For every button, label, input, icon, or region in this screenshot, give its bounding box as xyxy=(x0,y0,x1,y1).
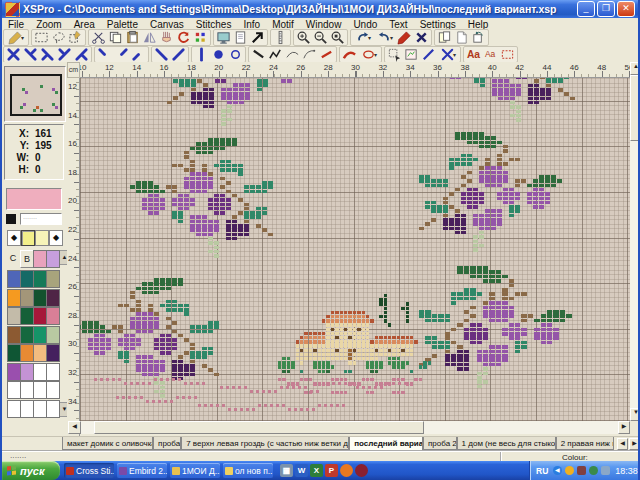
tray-icon-1[interactable] xyxy=(565,466,574,475)
menu-window[interactable]: Window xyxy=(300,19,348,30)
taskbar-task-2[interactable]: Embird 2... xyxy=(117,463,167,478)
cross-tq1-button[interactable] xyxy=(22,47,39,61)
menu-settings[interactable]: Settings xyxy=(414,19,462,30)
pencil-red-button[interactable] xyxy=(396,31,413,45)
menu-help[interactable]: Help xyxy=(462,19,495,30)
marks-field[interactable]: ······· xyxy=(20,213,62,225)
palette-color[interactable] xyxy=(33,270,47,288)
quick-swatch-4[interactable]: ◆ xyxy=(49,230,63,246)
ruler-v-button[interactable] xyxy=(272,31,289,45)
zoom-actual-button[interactable] xyxy=(329,31,346,45)
bead-button[interactable] xyxy=(227,47,244,61)
minimize-button[interactable]: _ xyxy=(577,1,595,17)
palette-color[interactable] xyxy=(46,307,60,325)
palette-color[interactable] xyxy=(20,363,34,381)
zoom-in-button[interactable] xyxy=(295,31,312,45)
maximize-button[interactable]: ❐ xyxy=(597,1,615,17)
tab-6[interactable]: 1 дом (не весь для стыковки) xyxy=(457,437,556,450)
palette-b-toggle[interactable]: B xyxy=(20,250,34,268)
tab-5[interactable]: проба 2 xyxy=(423,437,457,450)
delete-x-button[interactable] xyxy=(413,31,430,45)
zoom-out-button[interactable] xyxy=(312,31,329,45)
palette-color[interactable] xyxy=(46,400,60,418)
palette-color[interactable] xyxy=(33,289,47,307)
cross-full-button[interactable] xyxy=(5,47,22,61)
palette-color[interactable] xyxy=(33,363,47,381)
sheet-button[interactable] xyxy=(232,31,249,45)
palette-color[interactable] xyxy=(7,326,21,344)
palette-color[interactable] xyxy=(33,344,47,362)
motif-view-button[interactable] xyxy=(403,47,420,61)
scroll-left-button[interactable]: ◀ xyxy=(68,421,81,434)
palette-color[interactable] xyxy=(46,250,60,268)
palette-color[interactable] xyxy=(46,363,60,381)
palette-color[interactable] xyxy=(7,381,21,399)
tray-icon-4[interactable] xyxy=(601,466,610,475)
cross-tq2-button[interactable] xyxy=(39,47,56,61)
palette-color[interactable] xyxy=(46,381,60,399)
text-aa1-button[interactable]: Aa xyxy=(465,47,482,61)
bstitch3-button[interactable] xyxy=(284,47,301,61)
palette-color[interactable] xyxy=(7,307,21,325)
taskbar-task-4[interactable]: ол нов п... xyxy=(223,463,273,478)
quick-launch-icon-4[interactable]: P xyxy=(325,464,338,477)
vertical-button[interactable] xyxy=(193,47,210,61)
bstitch2-button[interactable] xyxy=(267,47,284,61)
menu-file[interactable]: File xyxy=(2,19,30,30)
quarter3-button[interactable] xyxy=(130,47,147,61)
monitor-button[interactable] xyxy=(215,31,232,45)
tray-icon-3[interactable] xyxy=(589,466,598,475)
palette-color[interactable] xyxy=(20,289,34,307)
tray-icon-2[interactable] xyxy=(577,466,586,475)
bstitch1-button[interactable] xyxy=(250,47,267,61)
palette-color[interactable] xyxy=(46,344,60,362)
palette-color[interactable] xyxy=(46,270,60,288)
menu-stitches[interactable]: Stitches xyxy=(190,19,238,30)
undo-button[interactable]: ▾ xyxy=(352,31,374,45)
flip-button[interactable] xyxy=(141,31,158,45)
menu-area[interactable]: Area xyxy=(68,19,101,30)
paste-button[interactable] xyxy=(124,31,141,45)
cross-tq3-button[interactable] xyxy=(56,47,73,61)
palette-color[interactable] xyxy=(20,270,34,288)
half-fwd-button[interactable] xyxy=(170,47,187,61)
horizontal-scroll-thumb[interactable] xyxy=(94,421,424,434)
quick-swatch-1[interactable]: ◆ xyxy=(7,230,21,246)
close-button[interactable]: ✕ xyxy=(617,1,635,17)
paste-page-button[interactable] xyxy=(436,31,453,45)
rect-select-button[interactable] xyxy=(33,31,50,45)
quick-launch-icon-6[interactable] xyxy=(355,464,368,477)
tab-1[interactable]: макет домик с оливочками xyxy=(62,437,153,450)
tab-scroll-right[interactable]: ▶ xyxy=(629,438,640,450)
bstitch4-button[interactable] xyxy=(301,47,318,61)
redo-button[interactable]: ▾ xyxy=(374,31,396,45)
palette-color[interactable] xyxy=(20,307,34,325)
palette-color[interactable] xyxy=(20,381,34,399)
pattern-preview[interactable] xyxy=(4,66,66,122)
pattern-button[interactable] xyxy=(192,31,209,45)
palette-color[interactable] xyxy=(7,363,21,381)
text-aa2-button[interactable]: Aa xyxy=(482,47,499,61)
tab-scroll-left[interactable]: ◀ xyxy=(617,438,628,450)
title-bar[interactable]: XSPro - C:\Documents and Settings\Rimma\… xyxy=(2,0,638,18)
motif-place-button[interactable] xyxy=(386,47,403,61)
menu-canvas[interactable]: Canvas xyxy=(144,19,190,30)
palette-color[interactable] xyxy=(7,344,21,362)
quarter2-button[interactable] xyxy=(113,47,130,61)
quick-swatch-3[interactable] xyxy=(35,230,49,246)
rotate-button[interactable] xyxy=(175,31,192,45)
language-indicator[interactable]: RU xyxy=(536,466,548,476)
quick-launch-icon-5[interactable] xyxy=(340,464,353,477)
tray-chevron-icon[interactable]: ◀ xyxy=(553,466,562,475)
taskbar-task-1[interactable]: Cross Sti... xyxy=(64,463,114,478)
palette-color[interactable] xyxy=(7,289,21,307)
arc-red-button[interactable] xyxy=(341,47,358,61)
menu-palette[interactable]: Palette xyxy=(101,19,144,30)
palette-color[interactable] xyxy=(33,326,47,344)
tab-3[interactable]: 7 верхн левая гроздь (с частью ниж ветки… xyxy=(181,437,349,450)
scroll-up-button[interactable]: ▲ xyxy=(630,62,640,75)
menu-zoom[interactable]: Zoom xyxy=(30,19,68,30)
line-blue-button[interactable] xyxy=(420,47,437,61)
rotate-page-button[interactable] xyxy=(470,31,487,45)
area-edit-button[interactable] xyxy=(67,31,84,45)
